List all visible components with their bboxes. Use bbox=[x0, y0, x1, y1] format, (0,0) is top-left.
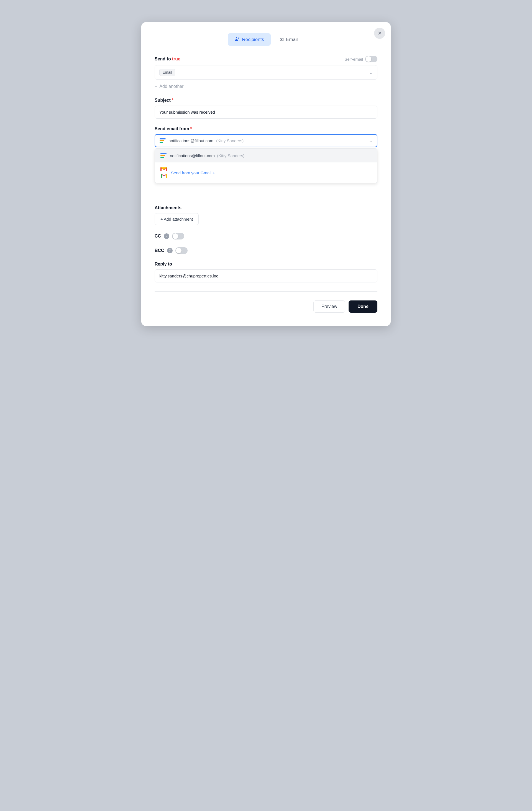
svg-rect-2 bbox=[160, 167, 161, 167]
svg-rect-5 bbox=[166, 174, 167, 178]
self-email-label: Self-email bbox=[344, 57, 363, 62]
dropdown-fillout-icon bbox=[160, 153, 167, 158]
send-to-chevron: ⌄ bbox=[369, 70, 373, 75]
subject-input[interactable] bbox=[155, 106, 377, 119]
send-to-header-row: Send to true Self-email bbox=[155, 56, 377, 62]
dropdown-item-fillout[interactable]: notifications@fillout.com (Kitty Sanders… bbox=[155, 149, 377, 163]
recipients-icon bbox=[234, 36, 240, 43]
tab-email-label: Email bbox=[286, 37, 298, 42]
email-tab-icon: ✉ bbox=[280, 36, 284, 43]
fillout-icon bbox=[160, 138, 166, 143]
add-another-button[interactable]: + Add another bbox=[155, 83, 377, 90]
cc-toggle[interactable] bbox=[172, 233, 184, 240]
from-chevron: ⌄ bbox=[369, 138, 372, 143]
from-name-value: (Kitty Sanders) bbox=[216, 138, 244, 143]
close-button[interactable]: ✕ bbox=[374, 28, 385, 39]
svg-point-1 bbox=[238, 37, 239, 39]
send-to-section: Send to true Self-email Email ⌄ + bbox=[155, 56, 377, 90]
footer-buttons: Preview Done bbox=[155, 301, 377, 313]
cc-help-icon[interactable]: ? bbox=[164, 233, 169, 239]
subject-required: * bbox=[172, 98, 173, 103]
self-email-toggle[interactable] bbox=[365, 56, 377, 62]
attachments-label: Attachments bbox=[155, 205, 377, 210]
modal-container: ✕ Recipients ✉ Email Send to bbox=[141, 22, 391, 326]
page-wrapper: ✕ Recipients ✉ Email Send to bbox=[0, 0, 532, 811]
from-email-value: notifications@fillout.com (Kitty Sanders… bbox=[169, 138, 244, 143]
svg-rect-3 bbox=[166, 167, 167, 167]
send-email-from-label: Send email from * bbox=[155, 126, 377, 132]
dropdown-fillout-email: notifications@fillout.com (Kitty Sanders… bbox=[170, 153, 245, 158]
send-to-select-left: Email bbox=[159, 69, 175, 76]
attachments-section: Attachments + Add attachment bbox=[155, 205, 377, 225]
send-to-label: Send to true bbox=[155, 57, 181, 62]
tab-email[interactable]: ✉ Email bbox=[273, 33, 304, 46]
send-email-from-required: * bbox=[190, 126, 192, 132]
cc-label: CC bbox=[155, 234, 161, 239]
subject-section: Subject * bbox=[155, 98, 377, 119]
dropdown-item-gmail[interactable]: Send from your Gmail + bbox=[155, 163, 377, 183]
tabs-bar: Recipients ✉ Email bbox=[155, 33, 377, 46]
from-select-dropdown[interactable]: notifications@fillout.com (Kitty Sanders… bbox=[155, 134, 377, 147]
footer-divider bbox=[155, 291, 377, 292]
add-attachment-button[interactable]: + Add attachment bbox=[155, 213, 199, 225]
send-to-required: true bbox=[172, 57, 181, 62]
cc-row: CC ? bbox=[155, 233, 377, 240]
dropdown-gmail-label: Send from your Gmail + bbox=[171, 170, 215, 175]
from-dropdown-menu: notifications@fillout.com (Kitty Sanders… bbox=[155, 148, 377, 183]
reply-to-label: Reply to bbox=[155, 262, 377, 266]
bcc-toggle[interactable] bbox=[175, 247, 188, 254]
bcc-row: BCC ? bbox=[155, 247, 377, 254]
svg-rect-4 bbox=[161, 174, 162, 178]
gmail-icon bbox=[160, 167, 168, 179]
bcc-label: BCC bbox=[155, 248, 164, 253]
reply-to-input[interactable] bbox=[155, 270, 377, 282]
done-button[interactable]: Done bbox=[348, 301, 377, 313]
dropdown-fillout-name: (Kitty Sanders) bbox=[217, 153, 245, 158]
email-chip: Email bbox=[159, 69, 175, 76]
preview-button[interactable]: Preview bbox=[313, 301, 345, 313]
tab-recipients-label: Recipients bbox=[242, 37, 264, 42]
add-attachment-label: + Add attachment bbox=[160, 217, 193, 221]
add-another-plus: + bbox=[155, 84, 157, 89]
add-another-label: Add another bbox=[159, 84, 184, 89]
from-select-left: notifications@fillout.com (Kitty Sanders… bbox=[160, 138, 244, 143]
self-email-row: Self-email bbox=[344, 56, 377, 62]
subject-label: Subject * bbox=[155, 98, 377, 103]
send-email-from-section: Send email from * notifications@fillout.… bbox=[155, 126, 377, 183]
bcc-help-icon[interactable]: ? bbox=[167, 248, 173, 253]
modal: ✕ Recipients ✉ Email Send to bbox=[141, 22, 391, 326]
svg-point-0 bbox=[236, 37, 237, 38]
tab-recipients[interactable]: Recipients bbox=[228, 33, 271, 46]
reply-to-section: Reply to bbox=[155, 262, 377, 282]
send-to-select[interactable]: Email ⌄ bbox=[155, 65, 377, 79]
